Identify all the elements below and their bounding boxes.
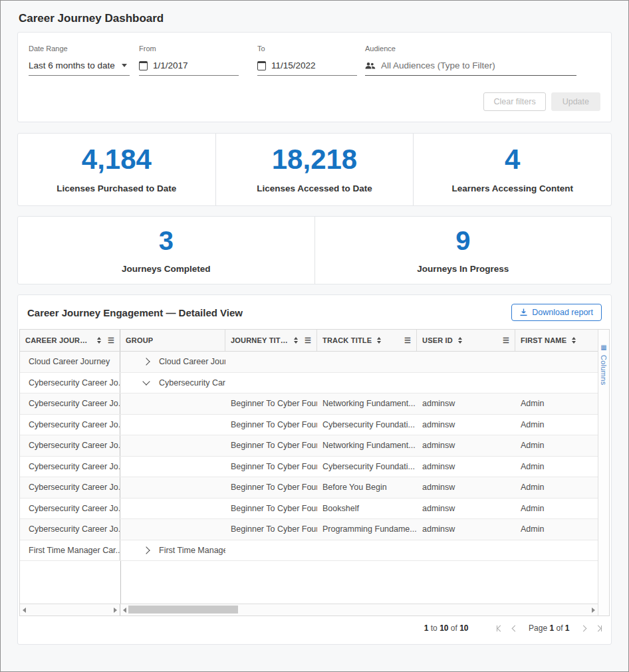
calendar-icon[interactable] <box>139 61 148 70</box>
column-header-first-name[interactable]: FIRST NAME <box>515 330 598 351</box>
table-row[interactable]: Cybersecurity Career Jo... Beginner To C… <box>20 499 598 520</box>
download-report-button[interactable]: Download report <box>511 304 602 321</box>
columns-grid-icon: ▦ <box>600 344 606 351</box>
cell-first-name: Admin <box>515 477 598 498</box>
stat-label: Learners Accessing Content <box>451 183 573 193</box>
menu-icon[interactable]: ☰ <box>404 337 411 344</box>
table-row[interactable]: Cybersecurity Career Jo... Beginner To C… <box>20 393 598 415</box>
cell-track-title: Bookshelf <box>317 499 417 519</box>
cell-first-name <box>515 540 598 561</box>
column-header-journey-title[interactable]: JOURNEY TITLE ☰ <box>225 330 317 351</box>
stat-journeys-in-progress: 9 Journeys In Progress <box>314 217 612 284</box>
download-icon <box>520 308 527 316</box>
from-date-input[interactable]: 1/1/2017 <box>139 60 239 76</box>
update-button[interactable]: Update <box>551 92 600 111</box>
cell-track-title: Before You Begin <box>317 477 417 498</box>
sort-icon[interactable] <box>572 337 576 344</box>
cell-first-name: Admin <box>515 499 598 519</box>
table-row[interactable]: Cybersecurity Career Jo... Beginner To C… <box>20 457 598 478</box>
menu-icon[interactable]: ☰ <box>108 337 114 344</box>
cell-career-journey: Cybersecurity Career Jo... <box>20 499 120 519</box>
cell-career-journey: Cybersecurity Career Jo... <box>20 415 120 435</box>
page-word: Page <box>529 623 547 633</box>
cell-user-id <box>417 352 515 372</box>
row-range-summary: 1 to 10 of 10 <box>424 623 469 633</box>
date-range-value: Last 6 months to date <box>29 60 115 70</box>
date-range-label: Date Range <box>29 45 130 53</box>
main-horizontal-scrollbar[interactable] <box>120 604 598 616</box>
download-report-label: Download report <box>532 308 593 317</box>
sort-icon[interactable] <box>458 337 462 344</box>
chevron-down-icon[interactable] <box>142 378 150 386</box>
cell-user-id <box>417 373 515 393</box>
people-icon <box>365 62 376 70</box>
prev-page-button[interactable] <box>513 623 517 633</box>
cell-user-id: adminsw <box>417 415 515 435</box>
cell-group <box>120 415 225 435</box>
stat-label: Journeys Completed <box>122 264 211 274</box>
menu-icon[interactable]: ☰ <box>503 337 509 344</box>
cell-career-journey: Cybersecurity Career Jo... <box>20 435 120 456</box>
cell-user-id <box>417 540 515 561</box>
table-row[interactable]: Cybersecurity Career Jo... Cybersecurity… <box>20 373 598 394</box>
cell-track-title: Cybersecurity Foundati... <box>317 415 417 435</box>
cell-journey-title <box>225 373 317 393</box>
to-date-input[interactable]: 11/15/2022 <box>257 60 357 76</box>
grid-body: Cloud Career Journey Cloud Career Journ.… <box>20 352 598 604</box>
scroll-left-icon[interactable] <box>123 608 126 613</box>
sort-icon[interactable] <box>97 337 101 344</box>
first-page-button[interactable] <box>497 625 503 631</box>
cell-group <box>120 393 225 414</box>
last-page-button[interactable] <box>596 625 602 631</box>
engagement-table-panel: Career Journey Engagement — Detailed Vie… <box>17 294 612 645</box>
stat-value: 4 <box>505 146 520 173</box>
calendar-icon[interactable] <box>257 61 266 70</box>
table-row[interactable]: Cybersecurity Career Jo... Beginner To C… <box>20 415 598 436</box>
table-row[interactable]: Cybersecurity Career Jo... Beginner To C… <box>20 435 598 457</box>
cell-track-title <box>317 540 417 561</box>
table-row[interactable]: Cloud Career Journey Cloud Career Journ.… <box>20 352 598 373</box>
table-row[interactable]: First Time Manager Car... First Time Man… <box>20 540 598 562</box>
sort-icon[interactable] <box>294 337 298 344</box>
column-header-user-id[interactable]: USER ID ☰ <box>417 330 515 351</box>
scrollbar-thumb[interactable] <box>128 606 238 614</box>
grid-empty-area <box>20 561 598 604</box>
range-to-word: to <box>431 623 438 633</box>
filters-panel: Date Range Last 6 months to date From 1/… <box>17 32 612 122</box>
scroll-right-icon[interactable] <box>592 608 595 613</box>
to-date-value: 11/15/2022 <box>271 60 316 70</box>
column-header-track-title[interactable]: TRACK TITLE ☰ <box>317 330 417 351</box>
column-header-group[interactable]: GROUP <box>120 330 225 351</box>
stat-label: Journeys In Progress <box>417 264 509 274</box>
column-header-career-journey-title[interactable]: CAREER JOURNEY T... ☰ <box>20 330 120 351</box>
menu-icon[interactable]: ☰ <box>305 337 311 344</box>
from-date-value: 1/1/2017 <box>153 60 188 70</box>
table-row[interactable]: Cybersecurity Career Jo... Beginner To C… <box>20 519 598 540</box>
table-row[interactable]: Cybersecurity Career Jo... Beginner To C… <box>20 477 598 499</box>
scroll-right-icon[interactable] <box>114 608 117 613</box>
range-of-word: of <box>451 623 457 633</box>
cell-journey-title: Beginner To Cyber Foun... <box>225 457 317 477</box>
cell-user-id: adminsw <box>417 393 515 414</box>
date-range-select[interactable]: Last 6 months to date <box>29 60 130 76</box>
pinned-column-filler <box>20 561 121 604</box>
chevron-right-icon[interactable] <box>142 358 150 366</box>
chevron-right-icon[interactable] <box>142 546 150 554</box>
next-page-button[interactable] <box>581 623 586 633</box>
cell-track-title: Networking Fundament... <box>317 393 417 414</box>
pinned-horizontal-scrollbar[interactable] <box>20 604 120 616</box>
clear-filters-button[interactable]: Clear filters <box>483 92 545 111</box>
cell-journey-title: Beginner To Cyber Foun... <box>225 393 317 414</box>
data-grid: CAREER JOURNEY T... ☰ GROUP JOURNEY TITL… <box>19 329 610 616</box>
to-label: To <box>257 45 357 53</box>
cell-first-name: Admin <box>515 435 598 456</box>
cell-user-id: adminsw <box>417 499 515 519</box>
cell-career-journey: First Time Manager Car... <box>20 540 120 561</box>
stats-row-2: 3 Journeys Completed 9 Journeys In Progr… <box>17 216 612 284</box>
stat-journeys-completed: 3 Journeys Completed <box>18 217 314 284</box>
sort-icon[interactable] <box>377 337 381 344</box>
audience-input[interactable] <box>381 60 576 70</box>
scroll-left-icon[interactable] <box>23 608 26 613</box>
columns-tool-panel-tab[interactable]: ▦ Columns <box>600 344 608 386</box>
stat-value: 3 <box>159 227 174 254</box>
